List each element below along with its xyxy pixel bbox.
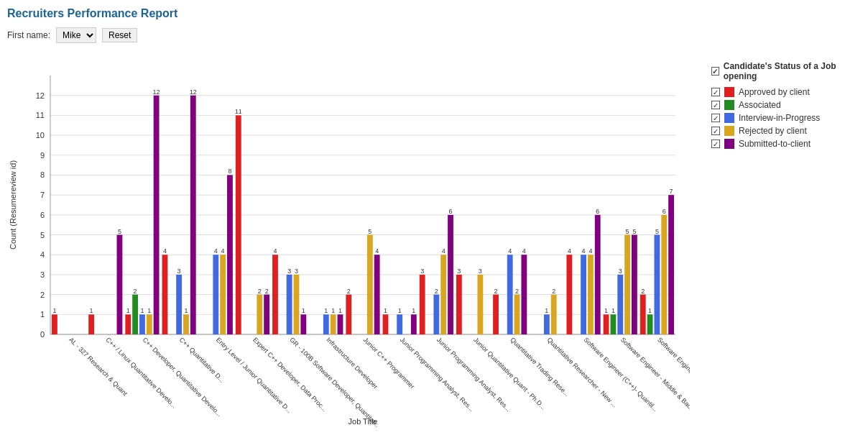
bar: [397, 314, 402, 334]
bar-value-label: 3: [287, 268, 291, 275]
legend-checkbox[interactable]: [711, 127, 720, 135]
bar: [581, 255, 586, 334]
bar-value-label: 1: [545, 307, 548, 314]
legend-label: Rejected by client: [739, 126, 807, 136]
bar: [183, 314, 189, 334]
bar-value-label: 1: [604, 307, 608, 314]
x-axis-label: Expert C++ Developer, Data Proc...: [251, 336, 328, 413]
x-axis-label: Quantitative Researcher - New ...: [545, 336, 618, 408]
bar-value-label: 6: [596, 208, 599, 215]
legend-label: Submitted-to-client: [739, 139, 811, 149]
y-tick-label: 9: [40, 151, 45, 160]
bar-value-label: 4: [522, 247, 526, 255]
bar: [610, 314, 616, 334]
bar: [383, 314, 389, 334]
bar-value-label: 6: [449, 208, 453, 215]
bar: [595, 215, 601, 334]
bar: [640, 295, 646, 334]
bar: [514, 295, 520, 334]
bar-value-label: 2: [641, 288, 645, 295]
bar-value-label: 4: [214, 247, 218, 255]
bar-value-label: 5: [118, 228, 121, 235]
legend-color-box: [724, 126, 734, 136]
bar: [654, 235, 660, 334]
bar: [227, 175, 233, 334]
bar-value-label: 8: [228, 168, 231, 175]
bar-value-label: 3: [295, 268, 298, 275]
bar: [236, 115, 241, 334]
bar-value-label: 1: [412, 307, 415, 314]
bar-value-label: 1: [338, 307, 342, 314]
y-tick-label: 5: [40, 231, 45, 239]
bar-value-label: 4: [163, 247, 167, 255]
legend-checkbox[interactable]: [711, 88, 720, 96]
bar: [300, 314, 306, 334]
chart-container: 0123456789101112Count (Resumereview id)1…: [7, 54, 861, 428]
bar-value-label: 5: [632, 228, 636, 235]
bar: [139, 314, 145, 334]
bar: [661, 215, 667, 334]
bar-value-label: 1: [52, 307, 56, 314]
bar: [433, 295, 439, 334]
bar-value-label: 1: [384, 307, 387, 314]
bar-value-label: 2: [347, 288, 351, 295]
reset-button[interactable]: Reset: [102, 28, 137, 42]
bar-value-label: 2: [494, 288, 498, 295]
legend-label: Interview-in-Progress: [739, 113, 820, 123]
bar-value-label: 3: [177, 268, 181, 275]
bar: [411, 314, 417, 334]
bar: [176, 275, 182, 334]
bar: [220, 255, 226, 334]
legend-item: Interview-in-Progress: [711, 113, 854, 123]
first-name-select[interactable]: Mike: [56, 27, 96, 43]
bar-value-label: 4: [588, 247, 592, 255]
legend: Candidate's Status of a Job opening Appr…: [704, 54, 861, 428]
bar-value-label: 2: [258, 288, 262, 295]
legend-item: Associated: [711, 100, 854, 110]
bar: [440, 255, 446, 334]
bar-value-label: 4: [221, 247, 225, 255]
bar-value-label: 1: [611, 307, 615, 314]
bar: [287, 275, 292, 334]
bar-value-label: 3: [479, 268, 482, 275]
bar: [147, 314, 152, 334]
bar: [668, 195, 674, 334]
bar-value-label: 2: [515, 288, 519, 295]
bar: [294, 275, 300, 334]
bar-value-label: 1: [184, 307, 188, 314]
bar-value-label: 2: [435, 288, 438, 295]
bar: [551, 295, 557, 334]
legend-item: Approved by client: [711, 87, 854, 97]
first-name-label: First name:: [7, 30, 50, 40]
bar: [647, 314, 653, 334]
bar-value-label: 2: [552, 288, 555, 295]
legend-color-box: [724, 87, 734, 97]
bar: [566, 255, 572, 334]
bar-value-label: 4: [508, 247, 512, 255]
bar: [52, 314, 57, 334]
bar-value-label: 7: [670, 188, 673, 195]
legend-label: Approved by client: [739, 87, 810, 97]
x-axis-label: AL - 327 Research & Quant: [68, 336, 129, 397]
page-title: Recruiters Performance Report: [7, 7, 861, 20]
legend-checkbox[interactable]: [711, 101, 720, 109]
legend-label: Associated: [739, 100, 781, 110]
bar-value-label: 1: [90, 307, 93, 314]
chart-area: 0123456789101112Count (Resumereview id)1…: [7, 54, 690, 428]
bar: [190, 96, 196, 334]
bar-value-label: 4: [442, 247, 445, 255]
legend-color-box: [724, 100, 734, 110]
y-tick-label: 4: [40, 250, 45, 259]
bar-value-label: 4: [273, 247, 277, 255]
bar-value-label: 1: [324, 307, 328, 314]
legend-checkbox[interactable]: [711, 140, 720, 148]
y-tick-label: 3: [40, 270, 45, 279]
legend-main-checkbox[interactable]: [711, 67, 719, 76]
bar: [493, 295, 499, 334]
bar: [88, 314, 94, 334]
y-tick-label: 11: [36, 111, 45, 119]
legend-checkbox[interactable]: [711, 114, 720, 122]
bar-value-label: 2: [134, 288, 137, 295]
bar-value-label: 4: [582, 247, 586, 255]
bar-value-label: 5: [655, 228, 659, 235]
